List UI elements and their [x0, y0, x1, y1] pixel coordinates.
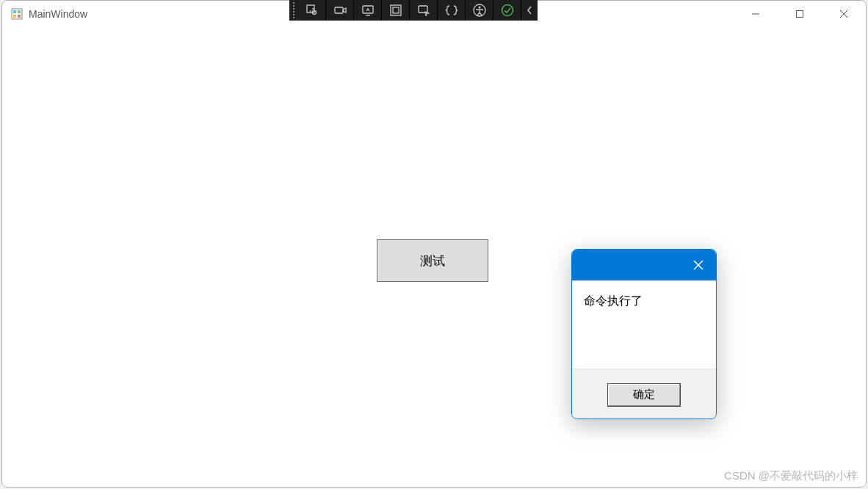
accessibility-icon[interactable] [466, 0, 493, 21]
svg-rect-13 [335, 7, 343, 13]
watermark: CSDN @不爱敲代码的小梓 [724, 469, 858, 483]
screen-share-icon[interactable] [354, 0, 382, 21]
window-controls [734, 1, 866, 27]
svg-rect-2 [18, 10, 21, 13]
window-title: MainWindow [29, 8, 87, 20]
drag-handle-icon[interactable] [289, 0, 298, 21]
svg-rect-3 [13, 15, 16, 18]
checkmark-ok-icon[interactable] [493, 0, 521, 21]
svg-point-20 [478, 7, 480, 9]
screen-select-icon[interactable] [410, 0, 438, 21]
svg-rect-1 [13, 10, 16, 13]
ok-button[interactable]: 确定 [607, 383, 681, 407]
message-box: 命令执行了 确定 [571, 249, 717, 419]
svg-point-21 [502, 5, 513, 16]
code-braces-icon[interactable] [438, 0, 466, 21]
main-window: MainWindow 测试 [1, 0, 867, 488]
svg-rect-6 [797, 11, 803, 18]
app-icon [11, 8, 23, 20]
message-box-titlebar[interactable] [572, 250, 716, 280]
svg-rect-4 [18, 15, 21, 18]
camera-icon[interactable] [326, 0, 354, 21]
close-button[interactable] [822, 1, 866, 27]
maximize-button[interactable] [778, 1, 822, 27]
message-box-footer: 确定 [572, 369, 716, 419]
message-text: 命令执行了 [572, 280, 716, 369]
svg-rect-17 [393, 7, 399, 13]
test-button[interactable]: 测试 [377, 239, 488, 282]
svg-rect-16 [391, 5, 401, 15]
debug-toolbar[interactable] [289, 0, 538, 21]
chevron-left-icon[interactable] [521, 0, 538, 21]
client-area: 测试 [2, 27, 866, 487]
select-element-icon[interactable] [298, 0, 326, 21]
close-icon[interactable] [690, 256, 707, 274]
minimize-button[interactable] [734, 1, 778, 27]
layout-box-icon[interactable] [382, 0, 410, 21]
svg-rect-18 [419, 6, 427, 12]
